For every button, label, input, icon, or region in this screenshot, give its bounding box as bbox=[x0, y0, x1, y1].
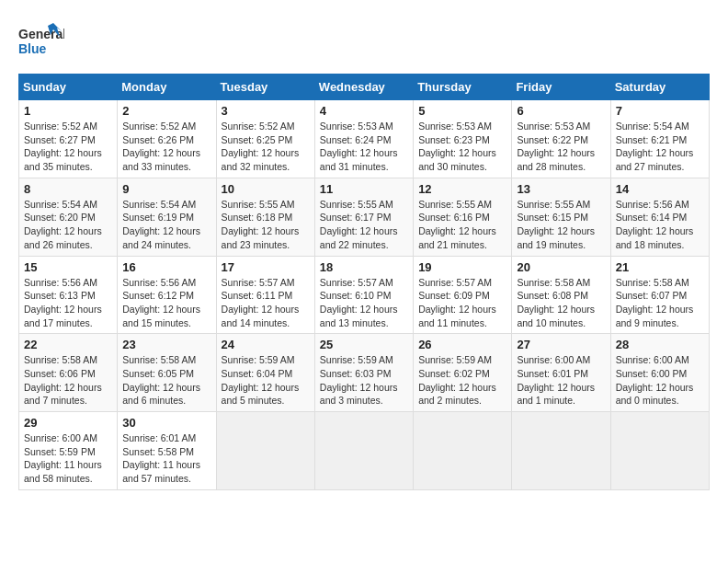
calendar-cell: 29Sunrise: 6:00 AM Sunset: 5:59 PM Dayli… bbox=[19, 412, 118, 490]
col-header-saturday: Saturday bbox=[610, 75, 709, 100]
calendar-cell: 14Sunrise: 5:56 AM Sunset: 6:14 PM Dayli… bbox=[610, 178, 709, 256]
calendar-cell: 25Sunrise: 5:59 AM Sunset: 6:03 PM Dayli… bbox=[314, 334, 413, 412]
calendar-cell: 20Sunrise: 5:58 AM Sunset: 6:08 PM Dayli… bbox=[512, 256, 610, 334]
day-number: 3 bbox=[222, 104, 310, 118]
day-number: 23 bbox=[122, 338, 210, 351]
calendar-cell: 4Sunrise: 5:53 AM Sunset: 6:24 PM Daylig… bbox=[314, 100, 413, 178]
day-number: 18 bbox=[320, 260, 408, 274]
day-info: Sunrise: 5:58 AM Sunset: 6:07 PM Dayligh… bbox=[616, 276, 704, 330]
day-info: Sunrise: 5:59 AM Sunset: 6:02 PM Dayligh… bbox=[418, 353, 506, 408]
calendar-cell: 3Sunrise: 5:52 AM Sunset: 6:25 PM Daylig… bbox=[216, 100, 314, 178]
day-number: 16 bbox=[122, 260, 210, 274]
day-info: Sunrise: 5:58 AM Sunset: 6:05 PM Dayligh… bbox=[122, 353, 210, 408]
day-number: 11 bbox=[320, 182, 408, 196]
calendar-cell: 23Sunrise: 5:58 AM Sunset: 6:05 PM Dayli… bbox=[118, 334, 216, 412]
day-info: Sunrise: 5:55 AM Sunset: 6:17 PM Dayligh… bbox=[320, 198, 408, 252]
day-info: Sunrise: 6:00 AM Sunset: 6:00 PM Dayligh… bbox=[616, 353, 704, 408]
day-number: 6 bbox=[517, 104, 605, 118]
day-info: Sunrise: 5:57 AM Sunset: 6:09 PM Dayligh… bbox=[418, 276, 506, 330]
day-info: Sunrise: 5:59 AM Sunset: 6:04 PM Dayligh… bbox=[222, 353, 310, 408]
col-header-friday: Friday bbox=[512, 75, 610, 100]
day-number: 5 bbox=[418, 104, 506, 118]
calendar-cell: 18Sunrise: 5:57 AM Sunset: 6:10 PM Dayli… bbox=[314, 256, 413, 334]
week-row-3: 15Sunrise: 5:56 AM Sunset: 6:13 PM Dayli… bbox=[19, 256, 710, 334]
calendar-cell: 15Sunrise: 5:56 AM Sunset: 6:13 PM Dayli… bbox=[19, 256, 118, 334]
day-info: Sunrise: 6:01 AM Sunset: 5:58 PM Dayligh… bbox=[122, 431, 210, 486]
logo-icon: General Blue bbox=[18, 18, 64, 64]
day-info: Sunrise: 6:00 AM Sunset: 5:59 PM Dayligh… bbox=[24, 431, 112, 486]
calendar-cell: 30Sunrise: 6:01 AM Sunset: 5:58 PM Dayli… bbox=[118, 412, 216, 490]
day-info: Sunrise: 5:55 AM Sunset: 6:16 PM Dayligh… bbox=[418, 198, 506, 252]
calendar-cell: 5Sunrise: 5:53 AM Sunset: 6:23 PM Daylig… bbox=[414, 100, 512, 178]
day-number: 14 bbox=[616, 182, 704, 196]
calendar-cell bbox=[216, 412, 314, 490]
day-info: Sunrise: 5:58 AM Sunset: 6:06 PM Dayligh… bbox=[24, 353, 112, 408]
calendar-cell bbox=[610, 412, 709, 490]
calendar-cell: 28Sunrise: 6:00 AM Sunset: 6:00 PM Dayli… bbox=[610, 334, 709, 412]
day-number: 28 bbox=[616, 338, 704, 351]
week-row-4: 22Sunrise: 5:58 AM Sunset: 6:06 PM Dayli… bbox=[19, 334, 710, 412]
day-info: Sunrise: 5:55 AM Sunset: 6:15 PM Dayligh… bbox=[517, 198, 605, 252]
col-header-wednesday: Wednesday bbox=[314, 75, 413, 100]
calendar-cell: 13Sunrise: 5:55 AM Sunset: 6:15 PM Dayli… bbox=[512, 178, 610, 256]
calendar-table: SundayMondayTuesdayWednesdayThursdayFrid… bbox=[18, 74, 710, 490]
calendar-cell: 12Sunrise: 5:55 AM Sunset: 6:16 PM Dayli… bbox=[414, 178, 512, 256]
page-header: General Blue bbox=[18, 18, 710, 64]
day-info: Sunrise: 5:59 AM Sunset: 6:03 PM Dayligh… bbox=[320, 353, 408, 408]
day-number: 12 bbox=[418, 182, 506, 196]
day-number: 24 bbox=[222, 338, 310, 351]
logo: General Blue bbox=[18, 18, 64, 64]
day-number: 10 bbox=[222, 182, 310, 196]
day-info: Sunrise: 5:57 AM Sunset: 6:11 PM Dayligh… bbox=[222, 276, 310, 330]
calendar-cell bbox=[512, 412, 610, 490]
day-info: Sunrise: 5:57 AM Sunset: 6:10 PM Dayligh… bbox=[320, 276, 408, 330]
calendar-cell: 26Sunrise: 5:59 AM Sunset: 6:02 PM Dayli… bbox=[414, 334, 512, 412]
col-header-tuesday: Tuesday bbox=[216, 75, 314, 100]
day-number: 13 bbox=[517, 182, 605, 196]
day-info: Sunrise: 5:56 AM Sunset: 6:13 PM Dayligh… bbox=[24, 276, 112, 330]
calendar-cell: 7Sunrise: 5:54 AM Sunset: 6:21 PM Daylig… bbox=[610, 100, 709, 178]
week-row-1: 1Sunrise: 5:52 AM Sunset: 6:27 PM Daylig… bbox=[19, 100, 710, 178]
day-number: 21 bbox=[616, 260, 704, 274]
week-row-5: 29Sunrise: 6:00 AM Sunset: 5:59 PM Dayli… bbox=[19, 412, 710, 490]
day-info: Sunrise: 5:54 AM Sunset: 6:21 PM Dayligh… bbox=[616, 120, 704, 174]
day-number: 29 bbox=[24, 416, 112, 430]
col-header-sunday: Sunday bbox=[19, 75, 118, 100]
day-info: Sunrise: 5:56 AM Sunset: 6:12 PM Dayligh… bbox=[122, 276, 210, 330]
day-number: 8 bbox=[24, 182, 112, 196]
col-header-monday: Monday bbox=[118, 75, 216, 100]
day-info: Sunrise: 5:54 AM Sunset: 6:19 PM Dayligh… bbox=[122, 198, 210, 252]
day-number: 26 bbox=[418, 338, 506, 351]
day-number: 20 bbox=[517, 260, 605, 274]
day-info: Sunrise: 5:53 AM Sunset: 6:22 PM Dayligh… bbox=[517, 120, 605, 174]
calendar-cell: 8Sunrise: 5:54 AM Sunset: 6:20 PM Daylig… bbox=[19, 178, 118, 256]
day-info: Sunrise: 5:58 AM Sunset: 6:08 PM Dayligh… bbox=[517, 276, 605, 330]
day-number: 2 bbox=[122, 104, 210, 118]
calendar-cell: 2Sunrise: 5:52 AM Sunset: 6:26 PM Daylig… bbox=[118, 100, 216, 178]
day-info: Sunrise: 5:52 AM Sunset: 6:26 PM Dayligh… bbox=[122, 120, 210, 174]
calendar-cell: 24Sunrise: 5:59 AM Sunset: 6:04 PM Dayli… bbox=[216, 334, 314, 412]
calendar-cell: 10Sunrise: 5:55 AM Sunset: 6:18 PM Dayli… bbox=[216, 178, 314, 256]
day-info: Sunrise: 5:52 AM Sunset: 6:27 PM Dayligh… bbox=[24, 120, 112, 174]
day-number: 4 bbox=[320, 104, 408, 118]
svg-text:Blue: Blue bbox=[18, 41, 47, 56]
day-number: 15 bbox=[24, 260, 112, 274]
week-row-2: 8Sunrise: 5:54 AM Sunset: 6:20 PM Daylig… bbox=[19, 178, 710, 256]
day-info: Sunrise: 5:54 AM Sunset: 6:20 PM Dayligh… bbox=[24, 198, 112, 252]
calendar-cell: 22Sunrise: 5:58 AM Sunset: 6:06 PM Dayli… bbox=[19, 334, 118, 412]
col-header-thursday: Thursday bbox=[414, 75, 512, 100]
day-info: Sunrise: 5:56 AM Sunset: 6:14 PM Dayligh… bbox=[616, 198, 704, 252]
calendar-cell: 9Sunrise: 5:54 AM Sunset: 6:19 PM Daylig… bbox=[118, 178, 216, 256]
calendar-cell: 11Sunrise: 5:55 AM Sunset: 6:17 PM Dayli… bbox=[314, 178, 413, 256]
calendar-cell: 6Sunrise: 5:53 AM Sunset: 6:22 PM Daylig… bbox=[512, 100, 610, 178]
day-info: Sunrise: 6:00 AM Sunset: 6:01 PM Dayligh… bbox=[517, 353, 605, 408]
calendar-cell: 16Sunrise: 5:56 AM Sunset: 6:12 PM Dayli… bbox=[118, 256, 216, 334]
day-number: 27 bbox=[517, 338, 605, 351]
day-number: 1 bbox=[24, 104, 112, 118]
day-info: Sunrise: 5:55 AM Sunset: 6:18 PM Dayligh… bbox=[222, 198, 310, 252]
day-number: 22 bbox=[24, 338, 112, 351]
day-number: 30 bbox=[122, 416, 210, 430]
day-number: 25 bbox=[320, 338, 408, 351]
day-info: Sunrise: 5:53 AM Sunset: 6:23 PM Dayligh… bbox=[418, 120, 506, 174]
calendar-cell: 17Sunrise: 5:57 AM Sunset: 6:11 PM Dayli… bbox=[216, 256, 314, 334]
